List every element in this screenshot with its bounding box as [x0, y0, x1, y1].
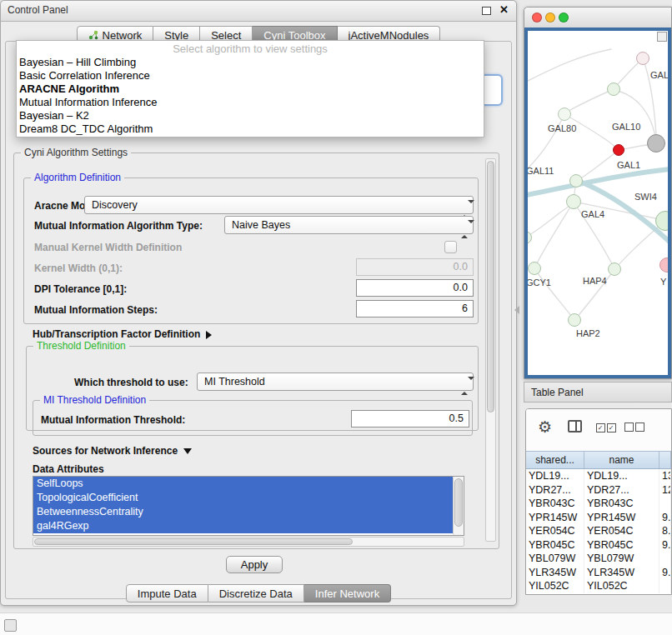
mi-type-label: Mutual Information Algorithm Type: [34, 220, 203, 232]
table-row[interactable]: YDR27...YDR27...12 [526, 483, 671, 498]
bottom-tab-infer-network[interactable]: Infer Network [304, 584, 391, 602]
network-node[interactable] [655, 211, 671, 231]
table-cell: 13 [659, 469, 671, 483]
column-header-name[interactable]: name [584, 452, 659, 468]
node-label-gcy1: GCY1 [526, 278, 551, 288]
column-header-2[interactable] [659, 452, 671, 468]
attribute-item-topologicalcoefficient[interactable]: TopologicalCoefficient [33, 491, 453, 505]
table-cell [659, 552, 671, 566]
mi-threshold-label: Mutual Information Threshold: [41, 414, 185, 426]
mi-steps-label: Mutual Information Steps: [34, 304, 158, 316]
table-row[interactable]: YBR043CYBR043C [526, 497, 671, 511]
dropdown-arrows-icon [461, 221, 468, 238]
float-window-icon[interactable] [482, 7, 491, 15]
mi-steps-field[interactable]: 6 [356, 300, 474, 318]
table-row[interactable]: YER054CYER054C8. [526, 524, 671, 538]
which-threshold-value: MI Threshold [204, 376, 265, 388]
mi-type-select[interactable]: Naive Bayes [224, 216, 474, 234]
network-node[interactable] [608, 262, 621, 276]
table-cell: YPR145W [526, 511, 584, 525]
attribute-item-gal4rgexp[interactable]: gal4RGexp [33, 519, 453, 533]
minimize-traffic-light-icon[interactable] [545, 12, 555, 22]
table-row[interactable]: YDL19...YDL19...13 [526, 469, 671, 483]
table-cell: YDL19... [584, 469, 659, 483]
network-node[interactable] [566, 194, 581, 209]
select-all-columns-icon[interactable]: ✓✓ [596, 422, 618, 432]
node-label-hap2: HAP2 [576, 328, 600, 338]
scrollbar-thumb[interactable] [454, 478, 463, 527]
sources-collapse-icon[interactable] [183, 448, 192, 454]
network-node[interactable] [524, 231, 532, 244]
settings-horizontal-scrollbar[interactable] [33, 537, 464, 547]
column-header-shared[interactable]: shared... [526, 452, 584, 468]
hub-expand-icon[interactable] [206, 331, 212, 339]
close-traffic-light-icon[interactable] [532, 12, 542, 22]
dpi-tolerance-field[interactable]: 0.0 [356, 279, 474, 297]
close-icon[interactable]: ✕ [499, 3, 509, 16]
table-cell: 9. [659, 511, 671, 525]
network-node[interactable] [528, 262, 541, 275]
data-attributes-list[interactable]: SelfLoopsTopologicalCoefficientBetweenne… [33, 476, 464, 536]
algorithm-option-bayesian-hill-climbing[interactable]: Bayesian – Hill Climbing [17, 56, 484, 69]
algorithm-option-bayesian-k2[interactable]: Bayesian – K2 [17, 109, 484, 122]
dropdown-arrows-icon [461, 378, 468, 394]
network-canvas[interactable]: GAL8GAL80GAL10GAL11GAL1SWI4GAL4GCY1HAP4Y… [524, 28, 671, 378]
scrollbar-thumb[interactable] [487, 161, 494, 412]
manual-kernel-checkbox[interactable] [444, 241, 457, 253]
collapsed-panel-icon[interactable] [4, 619, 17, 632]
algorithm-option-dream8-dc-tdc-algorithm[interactable]: Dream8 DC_TDC Algorithm [17, 122, 484, 136]
panel-splitter-handle[interactable] [514, 306, 519, 314]
table-row[interactable]: YBL079WYBL079W [526, 552, 671, 566]
table-row[interactable]: YPR145WYPR145W9. [526, 511, 671, 525]
network-node[interactable] [636, 52, 649, 65]
columns-icon[interactable] [568, 420, 582, 432]
table-toolbar: ⚙ ✓✓ [526, 409, 671, 451]
algorithm-option-aracne-algorithm[interactable]: ARACNE Algorithm [17, 82, 484, 96]
settings-vertical-scrollbar[interactable] [485, 158, 496, 542]
which-threshold-select[interactable]: MI Threshold [197, 372, 474, 391]
network-node[interactable] [569, 174, 583, 188]
table-cell: YIL052C [584, 579, 659, 593]
zoom-traffic-light-icon[interactable] [559, 12, 569, 22]
canvas-corner-button[interactable] [657, 32, 667, 42]
algorithm-placeholder: Select algorithm to view settings [17, 42, 484, 56]
network-node[interactable] [607, 82, 620, 96]
algorithm-option-list: Bayesian – Hill ClimbingBasic Correlatio… [17, 56, 484, 136]
table-cell: YBR043C [526, 497, 584, 511]
sources-section-toggle[interactable]: Sources for Network Inference [33, 445, 192, 457]
table-row[interactable]: YBR045CYBR045C9. [526, 538, 671, 552]
hub-section-toggle[interactable]: Hub/Transcription Factor Definition [33, 328, 212, 340]
network-node[interactable] [659, 258, 671, 272]
mi-threshold-group-title: MI Threshold Definition [40, 394, 149, 406]
control-panel-titlebar[interactable]: Control Panel ✕ [1, 1, 516, 22]
network-node[interactable] [647, 134, 665, 152]
bottom-tab-discretize-data[interactable]: Discretize Data [208, 584, 304, 602]
table-cell: YDR27... [526, 483, 584, 498]
network-node[interactable] [558, 108, 571, 121]
unselect-all-columns-icon[interactable] [624, 422, 646, 433]
table-panel-header[interactable]: Table Panel [524, 382, 672, 402]
kernel-width-field[interactable]: 0.0 [356, 258, 474, 276]
settings-group-title: Cyni Algorithm Settings [21, 147, 131, 158]
mi-threshold-field[interactable]: 0.5 [351, 410, 469, 428]
algorithm-option-basic-correlation-inference[interactable]: Basic Correlation Inference [17, 69, 484, 82]
network-node[interactable] [613, 144, 624, 156]
scrollbar-thumb[interactable] [34, 538, 353, 545]
node-label-hap4: HAP4 [583, 276, 607, 286]
algorithm-option-mutual-information-inference[interactable]: Mutual Information Inference [17, 96, 484, 109]
attribute-item-selfloops[interactable]: SelfLoops [33, 477, 453, 491]
attribute-item-betweennesscentrality[interactable]: BetweennessCentrality [33, 505, 453, 519]
table-row[interactable]: YLR345WYLR345W9. [526, 566, 671, 580]
network-window-titlebar[interactable] [524, 8, 671, 28]
gear-icon[interactable]: ⚙ [538, 418, 552, 437]
apply-button[interactable]: Apply [226, 556, 283, 573]
network-node[interactable] [568, 313, 581, 327]
table-cell: 12 [659, 483, 671, 498]
table-row[interactable]: YIL052CYIL052C [526, 579, 671, 593]
table-panel-window: ⚙ ✓✓ shared...name YDL19...YDL19...13YDR… [525, 408, 672, 595]
table-cell: YDR27... [584, 483, 659, 498]
bottom-tab-impute-data[interactable]: Impute Data [126, 584, 208, 602]
table-cell: YBL079W [526, 552, 584, 566]
aracne-mode-select[interactable]: Discovery [84, 196, 474, 214]
attribute-list-scrollbar[interactable] [453, 477, 464, 535]
